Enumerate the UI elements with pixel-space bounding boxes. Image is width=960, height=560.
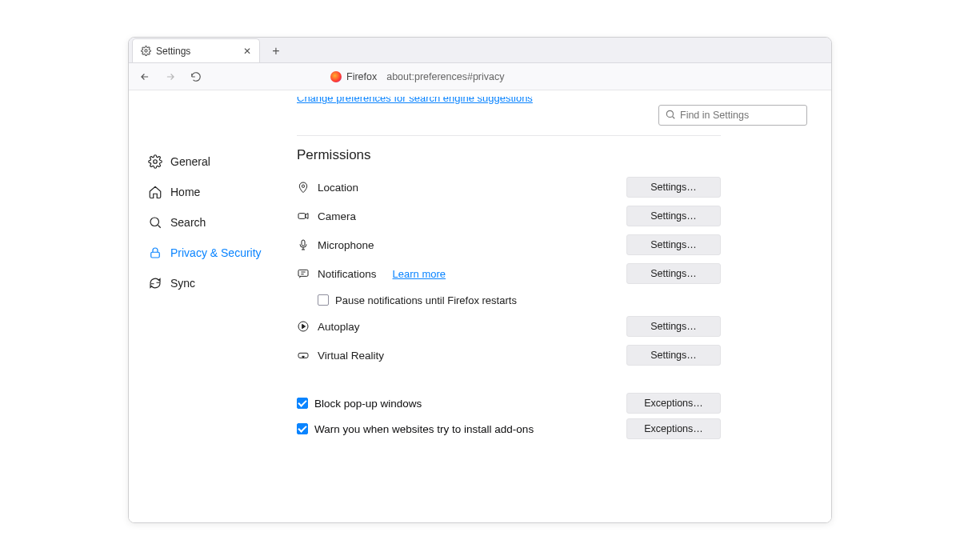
svg-rect-6 [298,214,306,219]
section-title-permissions: Permissions [297,147,721,163]
perm-label: Virtual Reality [318,350,384,362]
svg-point-1 [154,160,158,164]
perm-row-autoplay: Autoplay Settings… [297,312,721,341]
home-icon [148,185,162,199]
sync-icon [148,276,162,290]
svg-point-4 [666,110,673,117]
microphone-icon [297,238,310,251]
perm-row-microphone: Microphone Settings… [297,230,721,259]
block-popups-label: Block pop-up windows [314,398,422,410]
autoplay-settings-button[interactable]: Settings… [626,316,721,337]
perm-row-camera: Camera Settings… [297,202,721,230]
notifications-pause-row: Pause notifications until Firefox restar… [318,288,721,312]
search-suggestions-link[interactable]: Change preferences for search engine sug… [297,97,533,104]
camera-icon [297,210,310,222]
block-popups-checkbox[interactable] [297,398,308,409]
reload-button[interactable] [185,66,207,88]
microphone-settings-button[interactable]: Settings… [626,234,721,255]
warn-addons-checkbox[interactable] [297,423,308,434]
main-panel: Change preferences for search engine sug… [289,90,831,522]
forward-button[interactable] [159,66,182,88]
location-settings-button[interactable]: Settings… [626,177,721,198]
warn-addons-row: Warn you when websites try to install ad… [297,416,721,442]
url-product: Firefox [346,71,377,82]
sidebar-item-label: Sync [170,277,195,290]
popups-exceptions-button[interactable]: Exceptions… [626,393,721,414]
perm-label: Autoplay [318,321,360,333]
divider [297,135,721,136]
search-icon [665,109,676,120]
sidebar-item-search[interactable]: Search [148,207,289,238]
sidebar: General Home Search Privacy & Security S… [129,90,289,522]
perm-label: Camera [318,210,356,222]
svg-rect-7 [302,240,305,246]
new-tab-button[interactable]: + [265,40,287,62]
firefox-logo-icon [330,71,342,82]
pause-notifications-checkbox[interactable] [318,294,329,306]
tab-settings[interactable]: Settings ✕ [132,38,260,62]
svg-rect-3 [151,252,160,258]
sidebar-item-label: General [170,155,210,168]
toolbar: Firefox about:preferences#privacy [129,63,831,90]
browser-window: Settings ✕ + Firefox about:preferences#p… [128,37,832,523]
warn-addons-label: Warn you when websites try to install ad… [314,423,534,435]
perm-row-location: Location Settings… [297,173,721,202]
perm-label: Microphone [318,239,374,251]
back-button[interactable] [134,66,156,88]
settings-search [658,105,807,126]
notifications-settings-button[interactable]: Settings… [626,263,721,284]
perm-row-vr: Virtual Reality Settings… [297,341,721,370]
tab-close-icon[interactable]: ✕ [243,46,251,57]
search-icon [148,215,162,230]
gear-icon [148,154,162,169]
pause-notifications-label: Pause notifications until Firefox restar… [335,294,517,306]
sidebar-item-privacy[interactable]: Privacy & Security [148,238,289,268]
notifications-icon [297,267,310,280]
sidebar-item-label: Search [170,216,206,229]
truncated-link-row: Change preferences for search engine sug… [297,97,721,116]
svg-point-0 [145,50,147,52]
perm-label: Notifications [318,268,377,280]
svg-point-2 [150,218,159,226]
notifications-learn-more-link[interactable]: Learn more [393,268,446,280]
sidebar-item-sync[interactable]: Sync [148,268,289,298]
settings-search-input[interactable] [658,105,807,126]
vr-settings-button[interactable]: Settings… [626,345,721,366]
svg-rect-8 [298,270,308,276]
perm-row-notifications: Notifications Learn more Settings… [297,259,721,288]
arrow-left-icon [139,71,150,82]
svg-point-5 [302,185,304,187]
perm-label: Location [318,182,358,194]
autoplay-icon [297,320,310,333]
location-icon [297,181,310,194]
reload-icon [190,71,202,82]
arrow-right-icon [165,71,176,82]
url-text: about:preferences#privacy [386,71,504,82]
sidebar-item-general[interactable]: General [148,146,289,177]
sidebar-item-label: Privacy & Security [170,246,262,259]
sidebar-item-label: Home [170,186,200,198]
block-popups-row: Block pop-up windows Exceptions… [297,390,721,416]
addons-exceptions-button[interactable]: Exceptions… [626,418,721,439]
camera-settings-button[interactable]: Settings… [626,206,721,226]
content-area: General Home Search Privacy & Security S… [129,90,831,522]
sidebar-item-home[interactable]: Home [148,177,289,207]
lock-icon [148,246,162,260]
tab-strip: Settings ✕ + [129,38,831,63]
url-bar[interactable]: Firefox about:preferences#privacy [330,71,505,82]
gear-icon [141,46,151,56]
vr-icon [297,349,310,362]
tab-title: Settings [156,46,190,57]
